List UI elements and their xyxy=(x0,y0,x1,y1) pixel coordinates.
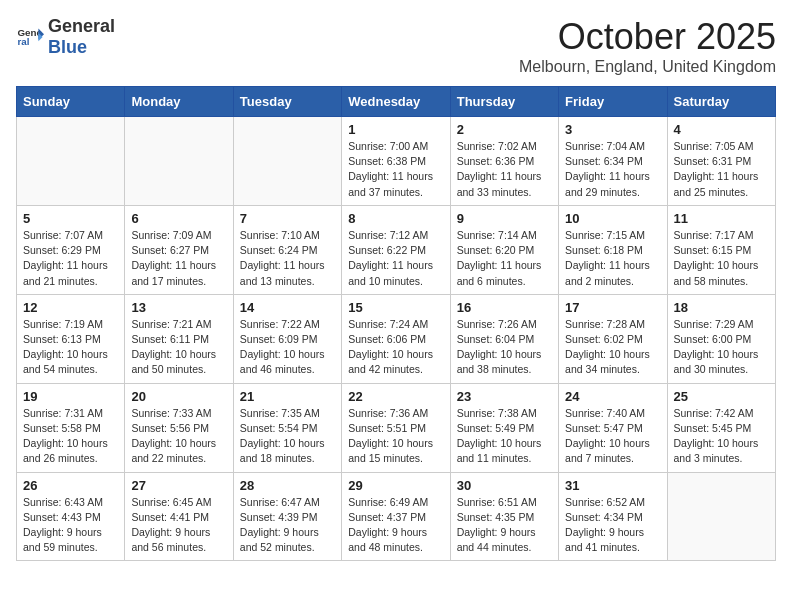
day-info: Sunrise: 7:31 AMSunset: 5:58 PMDaylight:… xyxy=(23,406,118,467)
day-info-line: and 25 minutes. xyxy=(674,186,749,198)
day-info-line: Sunrise: 6:52 AM xyxy=(565,496,645,508)
day-number: 22 xyxy=(348,389,443,404)
day-info-line: Daylight: 10 hours xyxy=(131,348,216,360)
day-info-line: Daylight: 10 hours xyxy=(674,437,759,449)
day-info: Sunrise: 7:33 AMSunset: 5:56 PMDaylight:… xyxy=(131,406,226,467)
day-number: 13 xyxy=(131,300,226,315)
day-info-line: Sunrise: 7:40 AM xyxy=(565,407,645,419)
day-info: Sunrise: 7:24 AMSunset: 6:06 PMDaylight:… xyxy=(348,317,443,378)
header-sunday: Sunday xyxy=(17,87,125,117)
day-info-line: Sunset: 6:27 PM xyxy=(131,244,209,256)
calendar-table: SundayMondayTuesdayWednesdayThursdayFrid… xyxy=(16,86,776,561)
day-info-line: Sunrise: 7:31 AM xyxy=(23,407,103,419)
day-number: 10 xyxy=(565,211,660,226)
day-info-line: Sunrise: 7:04 AM xyxy=(565,140,645,152)
day-info-line: Sunrise: 7:14 AM xyxy=(457,229,537,241)
day-info-line: and 21 minutes. xyxy=(23,275,98,287)
day-number: 16 xyxy=(457,300,552,315)
week-row-5: 26Sunrise: 6:43 AMSunset: 4:43 PMDayligh… xyxy=(17,472,776,561)
day-info: Sunrise: 7:19 AMSunset: 6:13 PMDaylight:… xyxy=(23,317,118,378)
day-info-line: Sunset: 4:34 PM xyxy=(565,511,643,523)
day-info-line: Sunset: 4:37 PM xyxy=(348,511,426,523)
day-info-line: and 22 minutes. xyxy=(131,452,206,464)
day-info: Sunrise: 7:07 AMSunset: 6:29 PMDaylight:… xyxy=(23,228,118,289)
day-info-line: Sunrise: 7:36 AM xyxy=(348,407,428,419)
day-number: 18 xyxy=(674,300,769,315)
day-info-line: and 54 minutes. xyxy=(23,363,98,375)
day-info-line: Daylight: 11 hours xyxy=(23,259,108,271)
day-info-line: Sunset: 6:24 PM xyxy=(240,244,318,256)
day-info: Sunrise: 6:52 AMSunset: 4:34 PMDaylight:… xyxy=(565,495,660,556)
calendar-cell: 27Sunrise: 6:45 AMSunset: 4:41 PMDayligh… xyxy=(125,472,233,561)
day-info: Sunrise: 7:12 AMSunset: 6:22 PMDaylight:… xyxy=(348,228,443,289)
day-number: 24 xyxy=(565,389,660,404)
day-number: 19 xyxy=(23,389,118,404)
day-info: Sunrise: 7:26 AMSunset: 6:04 PMDaylight:… xyxy=(457,317,552,378)
day-info-line: Sunset: 4:39 PM xyxy=(240,511,318,523)
day-info-line: Sunset: 5:54 PM xyxy=(240,422,318,434)
calendar-cell: 20Sunrise: 7:33 AMSunset: 5:56 PMDayligh… xyxy=(125,383,233,472)
day-info: Sunrise: 7:10 AMSunset: 6:24 PMDaylight:… xyxy=(240,228,335,289)
week-row-3: 12Sunrise: 7:19 AMSunset: 6:13 PMDayligh… xyxy=(17,294,776,383)
day-number: 2 xyxy=(457,122,552,137)
calendar-cell: 3Sunrise: 7:04 AMSunset: 6:34 PMDaylight… xyxy=(559,117,667,206)
day-info: Sunrise: 7:40 AMSunset: 5:47 PMDaylight:… xyxy=(565,406,660,467)
day-number: 30 xyxy=(457,478,552,493)
calendar-cell: 6Sunrise: 7:09 AMSunset: 6:27 PMDaylight… xyxy=(125,205,233,294)
day-info-line: Sunset: 6:11 PM xyxy=(131,333,209,345)
day-info-line: Sunset: 6:04 PM xyxy=(457,333,535,345)
day-number: 1 xyxy=(348,122,443,137)
day-info-line: Daylight: 11 hours xyxy=(457,170,542,182)
calendar-cell: 26Sunrise: 6:43 AMSunset: 4:43 PMDayligh… xyxy=(17,472,125,561)
day-number: 8 xyxy=(348,211,443,226)
day-info-line: Sunrise: 6:47 AM xyxy=(240,496,320,508)
day-info-line: Daylight: 11 hours xyxy=(674,170,759,182)
week-row-2: 5Sunrise: 7:07 AMSunset: 6:29 PMDaylight… xyxy=(17,205,776,294)
title-area: October 2025 Melbourn, England, United K… xyxy=(519,16,776,76)
calendar-cell: 17Sunrise: 7:28 AMSunset: 6:02 PMDayligh… xyxy=(559,294,667,383)
day-info-line: Daylight: 10 hours xyxy=(348,437,433,449)
day-info-line: Daylight: 10 hours xyxy=(674,348,759,360)
day-info: Sunrise: 7:00 AMSunset: 6:38 PMDaylight:… xyxy=(348,139,443,200)
day-info-line: and 30 minutes. xyxy=(674,363,749,375)
day-info-line: and 13 minutes. xyxy=(240,275,315,287)
day-info-line: Daylight: 10 hours xyxy=(348,348,433,360)
day-info-line: Daylight: 10 hours xyxy=(457,348,542,360)
day-info: Sunrise: 7:09 AMSunset: 6:27 PMDaylight:… xyxy=(131,228,226,289)
day-info-line: Daylight: 10 hours xyxy=(240,348,325,360)
day-info: Sunrise: 6:49 AMSunset: 4:37 PMDaylight:… xyxy=(348,495,443,556)
day-info-line: Sunrise: 7:09 AM xyxy=(131,229,211,241)
day-info-line: Daylight: 10 hours xyxy=(240,437,325,449)
day-info-line: Sunset: 6:36 PM xyxy=(457,155,535,167)
day-info-line: and 2 minutes. xyxy=(565,275,634,287)
day-number: 12 xyxy=(23,300,118,315)
day-info-line: and 56 minutes. xyxy=(131,541,206,553)
day-info-line: Sunrise: 6:51 AM xyxy=(457,496,537,508)
day-info-line: Sunset: 6:09 PM xyxy=(240,333,318,345)
day-number: 26 xyxy=(23,478,118,493)
calendar-cell: 31Sunrise: 6:52 AMSunset: 4:34 PMDayligh… xyxy=(559,472,667,561)
month-title: October 2025 xyxy=(519,16,776,58)
calendar-cell: 29Sunrise: 6:49 AMSunset: 4:37 PMDayligh… xyxy=(342,472,450,561)
day-number: 31 xyxy=(565,478,660,493)
day-info-line: Sunrise: 7:15 AM xyxy=(565,229,645,241)
day-info-line: Sunrise: 7:17 AM xyxy=(674,229,754,241)
calendar-cell xyxy=(17,117,125,206)
day-info-line: and 59 minutes. xyxy=(23,541,98,553)
day-info-line: Daylight: 10 hours xyxy=(565,348,650,360)
day-info-line: Sunrise: 7:26 AM xyxy=(457,318,537,330)
day-info-line: Daylight: 9 hours xyxy=(565,526,644,538)
calendar-cell: 28Sunrise: 6:47 AMSunset: 4:39 PMDayligh… xyxy=(233,472,341,561)
day-info-line: and 18 minutes. xyxy=(240,452,315,464)
day-number: 20 xyxy=(131,389,226,404)
day-number: 28 xyxy=(240,478,335,493)
day-info-line: Sunrise: 7:19 AM xyxy=(23,318,103,330)
day-info-line: Daylight: 11 hours xyxy=(457,259,542,271)
day-info: Sunrise: 7:04 AMSunset: 6:34 PMDaylight:… xyxy=(565,139,660,200)
day-info-line: and 38 minutes. xyxy=(457,363,532,375)
day-info-line: and 7 minutes. xyxy=(565,452,634,464)
day-number: 14 xyxy=(240,300,335,315)
logo-icon: Gene ral xyxy=(16,23,44,51)
day-info: Sunrise: 6:45 AMSunset: 4:41 PMDaylight:… xyxy=(131,495,226,556)
day-info: Sunrise: 7:17 AMSunset: 6:15 PMDaylight:… xyxy=(674,228,769,289)
